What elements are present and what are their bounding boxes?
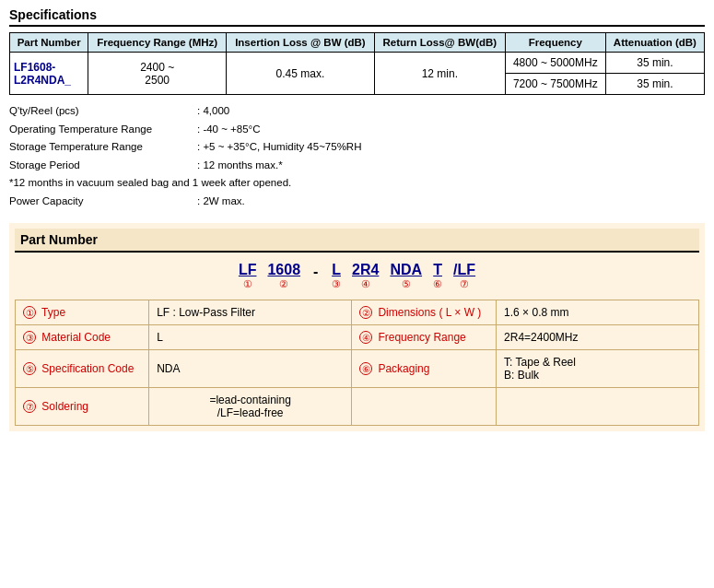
insertion-loss-cell: 0.45 max.: [227, 53, 375, 95]
pn-lf: LF ①: [239, 262, 257, 290]
pn-t: T ⑥: [433, 262, 442, 290]
legend-table: ① Type LF : Low-Pass Filter ② Dimensions…: [15, 300, 699, 426]
freq-range-cell: 2400 ~2500: [88, 53, 227, 95]
legend-value-4: 2R4=2400MHz: [497, 325, 699, 350]
pn-1608: 1608 ②: [267, 262, 300, 290]
legend-value-7: =lead-containing/LF=lead-free: [149, 388, 352, 426]
legend-row-4: ⑦ Soldering =lead-containing/LF=lead-fre…: [16, 388, 699, 426]
col-header-frequency: Frequency: [505, 33, 605, 53]
pn-l-circle: ③: [332, 278, 341, 290]
note-operating-temp-value: : -40 ~ +85°C: [197, 121, 261, 139]
col-header-attenuation: Attenuation (dB): [605, 33, 704, 53]
legend-row-2: ③ Material Code L ④ Frequency Range 2R4=…: [16, 325, 699, 350]
pn-2r4: 2R4 ④: [352, 262, 379, 290]
pn-1608-circle: ②: [279, 278, 288, 290]
legend-label-2: ② Dimensions ( L × W ): [352, 300, 497, 325]
note-storage-period-label: Storage Period: [9, 157, 193, 175]
note-qty: Q'ty/Reel (pcs) : 4,000: [9, 102, 705, 121]
pn-lf2: /LF ⑦: [453, 262, 475, 290]
circle-3: ③: [23, 331, 36, 344]
specifications-section: Specifications Part Number Frequency Ran…: [9, 7, 705, 210]
legend-label-6: ⑥ Packaging: [352, 350, 497, 388]
circle-4: ④: [359, 331, 372, 344]
pn-2r4-circle: ④: [361, 278, 370, 290]
attenuation-cell-1: 35 min.: [605, 53, 704, 74]
specifications-title: Specifications: [9, 7, 705, 27]
col-header-part-number: Part Number: [10, 33, 88, 53]
return-loss-cell: 12 min.: [374, 53, 505, 95]
legend-empty-value: [497, 388, 699, 426]
pn-lf-circle: ①: [243, 278, 252, 290]
legend-label-1: ① Type: [16, 300, 149, 325]
note-vacuum-text: *12 months in vacuum sealed bag and 1 we…: [9, 174, 291, 193]
frequency-cell-1: 4800 ~ 5000MHz: [505, 53, 605, 74]
pn-l: L ③: [332, 262, 341, 290]
legend-row-3: ⑤ Specification Code NDA ⑥ Packaging T: …: [16, 350, 699, 388]
note-storage-temp: Storage Temperature Range : +5 ~ +35°C, …: [9, 138, 705, 157]
circle-6: ⑥: [359, 362, 372, 375]
legend-label-5: ⑤ Specification Code: [16, 350, 149, 388]
circle-2: ②: [359, 306, 372, 319]
note-operating-temp-label: Operating Temperature Range: [9, 121, 193, 139]
note-power-value: : 2W max.: [197, 193, 245, 211]
legend-value-6: T: Tape & ReelB: Bulk: [497, 350, 699, 388]
pn-t-circle: ⑥: [433, 278, 442, 290]
note-storage-temp-label: Storage Temperature Range: [9, 138, 193, 157]
part-number-cell: LF1608-L2R4NDA_: [10, 53, 88, 95]
note-power: Power Capacity : 2W max.: [9, 193, 705, 211]
circle-1: ①: [23, 306, 36, 319]
pn-l-text: L: [332, 262, 341, 278]
pn-dash1: - ①: [311, 262, 321, 292]
pn-t-text: T: [433, 262, 442, 278]
legend-row-1: ① Type LF : Low-Pass Filter ② Dimensions…: [16, 300, 699, 325]
pn-2r4-text: 2R4: [352, 262, 379, 278]
circle-7: ⑦: [23, 400, 36, 413]
part-number-section: Part Number LF ① 1608 ② - ① L ③ 2R4 ④: [9, 223, 705, 431]
pn-lf2-circle: ⑦: [460, 278, 469, 290]
legend-label-7: ⑦ Soldering: [16, 388, 149, 426]
note-qty-value: : 4,000: [197, 102, 229, 121]
part-number-breakdown: LF ① 1608 ② - ① L ③ 2R4 ④ NDA ⑤: [15, 262, 699, 292]
note-power-label: Power Capacity: [9, 193, 193, 211]
note-storage-period: Storage Period : 12 months max.*: [9, 157, 705, 175]
note-storage-temp-value: : +5 ~ +35°C, Humidity 45~75%RH: [197, 138, 361, 157]
pn-nda-circle: ⑤: [402, 278, 411, 290]
note-vacuum: *12 months in vacuum sealed bag and 1 we…: [9, 174, 705, 193]
pn-lf2-text: /LF: [453, 262, 475, 278]
pn-lf-text: LF: [239, 262, 257, 278]
circle-5: ⑤: [23, 362, 36, 375]
frequency-cell-2: 7200 ~ 7500MHz: [505, 74, 605, 95]
legend-value-5: NDA: [149, 350, 352, 388]
pn-nda: NDA ⑤: [390, 262, 422, 290]
legend-label-4: ④ Frequency Range: [352, 325, 497, 350]
note-qty-label: Q'ty/Reel (pcs): [9, 102, 193, 121]
legend-value-3: L: [149, 325, 352, 350]
col-header-freq-range: Frequency Range (MHz): [88, 33, 227, 53]
legend-value-2: 1.6 × 0.8 mm: [497, 300, 699, 325]
legend-label-3: ③ Material Code: [16, 325, 149, 350]
pn-nda-text: NDA: [390, 262, 422, 278]
spec-notes: Q'ty/Reel (pcs) : 4,000 Operating Temper…: [9, 102, 705, 210]
pn-1608-text: 1608: [267, 262, 300, 278]
legend-empty-label: [352, 388, 497, 426]
col-header-insertion-loss: Insertion Loss @ BW (dB): [227, 33, 375, 53]
part-number-title: Part Number: [15, 229, 699, 253]
note-storage-period-value: : 12 months max.*: [197, 157, 283, 175]
legend-value-1: LF : Low-Pass Filter: [149, 300, 352, 325]
pn-dash1-text: -: [313, 262, 318, 280]
col-header-return-loss: Return Loss@ BW(dB): [374, 33, 505, 53]
specifications-table: Part Number Frequency Range (MHz) Insert…: [9, 32, 705, 95]
note-operating-temp: Operating Temperature Range : -40 ~ +85°…: [9, 121, 705, 139]
attenuation-cell-2: 35 min.: [605, 74, 704, 95]
